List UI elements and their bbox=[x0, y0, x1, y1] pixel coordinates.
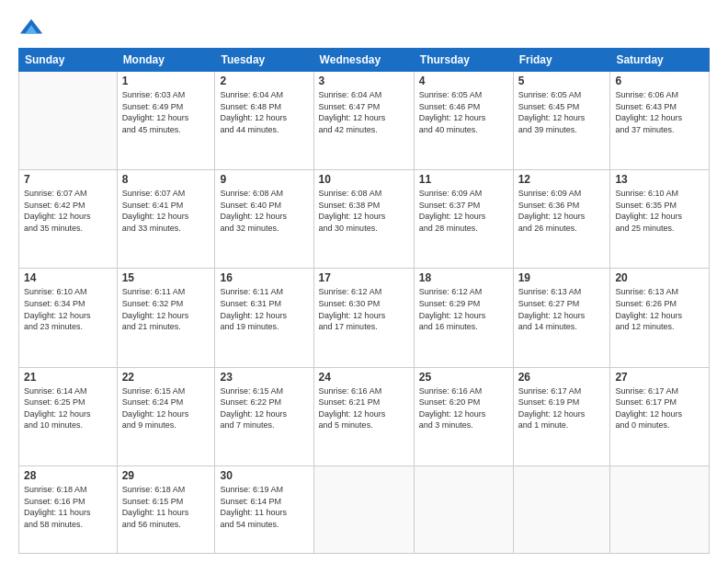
logo-icon bbox=[18, 15, 44, 40]
day-cell: 27Sunrise: 6:17 AM Sunset: 6:17 PM Dayli… bbox=[610, 367, 710, 465]
header-wednesday: Wednesday bbox=[313, 49, 414, 72]
day-info: Sunrise: 6:09 AM Sunset: 6:36 PM Dayligh… bbox=[518, 188, 606, 234]
day-number: 2 bbox=[220, 75, 308, 87]
day-info: Sunrise: 6:13 AM Sunset: 6:26 PM Dayligh… bbox=[615, 286, 704, 332]
day-cell: 30Sunrise: 6:19 AM Sunset: 6:14 PM Dayli… bbox=[215, 465, 313, 553]
day-cell bbox=[610, 465, 710, 553]
day-cell: 17Sunrise: 6:12 AM Sunset: 6:30 PM Dayli… bbox=[313, 269, 414, 367]
day-info: Sunrise: 6:12 AM Sunset: 6:30 PM Dayligh… bbox=[319, 286, 409, 332]
calendar-table: Sunday Monday Tuesday Wednesday Thursday… bbox=[18, 48, 710, 554]
day-number: 10 bbox=[319, 173, 409, 186]
day-cell bbox=[513, 465, 610, 553]
day-number: 13 bbox=[615, 173, 704, 186]
day-number: 1 bbox=[122, 75, 210, 87]
day-number: 28 bbox=[24, 469, 112, 482]
day-info: Sunrise: 6:10 AM Sunset: 6:35 PM Dayligh… bbox=[615, 188, 704, 234]
day-number: 24 bbox=[319, 371, 409, 384]
day-number: 20 bbox=[615, 271, 704, 284]
day-info: Sunrise: 6:04 AM Sunset: 6:48 PM Dayligh… bbox=[220, 89, 308, 135]
day-number: 27 bbox=[615, 371, 704, 384]
day-number: 5 bbox=[518, 75, 606, 87]
day-cell: 16Sunrise: 6:11 AM Sunset: 6:31 PM Dayli… bbox=[215, 269, 313, 367]
week-row-4: 21Sunrise: 6:14 AM Sunset: 6:25 PM Dayli… bbox=[19, 367, 710, 465]
day-info: Sunrise: 6:15 AM Sunset: 6:22 PM Dayligh… bbox=[220, 385, 308, 431]
day-cell: 29Sunrise: 6:18 AM Sunset: 6:15 PM Dayli… bbox=[117, 465, 215, 553]
day-info: Sunrise: 6:08 AM Sunset: 6:38 PM Dayligh… bbox=[319, 188, 409, 234]
header-saturday: Saturday bbox=[610, 49, 710, 72]
header-thursday: Thursday bbox=[414, 49, 513, 72]
day-cell: 10Sunrise: 6:08 AM Sunset: 6:38 PM Dayli… bbox=[313, 170, 414, 269]
day-cell: 26Sunrise: 6:17 AM Sunset: 6:19 PM Dayli… bbox=[513, 367, 610, 465]
day-number: 11 bbox=[419, 173, 508, 186]
day-number: 4 bbox=[419, 75, 508, 87]
day-cell: 8Sunrise: 6:07 AM Sunset: 6:41 PM Daylig… bbox=[117, 170, 215, 269]
header-friday: Friday bbox=[513, 49, 610, 72]
day-cell: 28Sunrise: 6:18 AM Sunset: 6:16 PM Dayli… bbox=[19, 465, 118, 553]
day-cell: 18Sunrise: 6:12 AM Sunset: 6:29 PM Dayli… bbox=[414, 269, 513, 367]
day-info: Sunrise: 6:18 AM Sunset: 6:16 PM Dayligh… bbox=[24, 484, 112, 530]
day-cell: 21Sunrise: 6:14 AM Sunset: 6:25 PM Dayli… bbox=[19, 367, 118, 465]
day-number: 15 bbox=[122, 271, 210, 284]
day-cell: 4Sunrise: 6:05 AM Sunset: 6:46 PM Daylig… bbox=[414, 72, 513, 170]
day-number: 17 bbox=[319, 271, 409, 284]
day-info: Sunrise: 6:08 AM Sunset: 6:40 PM Dayligh… bbox=[220, 188, 308, 234]
day-cell: 1Sunrise: 6:03 AM Sunset: 6:49 PM Daylig… bbox=[117, 72, 215, 170]
week-row-2: 7Sunrise: 6:07 AM Sunset: 6:42 PM Daylig… bbox=[19, 170, 710, 269]
day-number: 30 bbox=[220, 469, 308, 482]
weekday-header-row: Sunday Monday Tuesday Wednesday Thursday… bbox=[19, 49, 710, 72]
day-info: Sunrise: 6:11 AM Sunset: 6:31 PM Dayligh… bbox=[220, 286, 308, 332]
day-info: Sunrise: 6:17 AM Sunset: 6:17 PM Dayligh… bbox=[615, 385, 704, 431]
header-tuesday: Tuesday bbox=[215, 49, 313, 72]
day-number: 26 bbox=[518, 371, 606, 384]
day-number: 29 bbox=[122, 469, 210, 482]
day-cell: 23Sunrise: 6:15 AM Sunset: 6:22 PM Dayli… bbox=[215, 367, 313, 465]
day-info: Sunrise: 6:18 AM Sunset: 6:15 PM Dayligh… bbox=[122, 484, 210, 530]
day-cell: 5Sunrise: 6:05 AM Sunset: 6:45 PM Daylig… bbox=[513, 72, 610, 170]
day-cell: 24Sunrise: 6:16 AM Sunset: 6:21 PM Dayli… bbox=[313, 367, 414, 465]
day-number: 3 bbox=[319, 75, 409, 87]
day-number: 12 bbox=[518, 173, 606, 186]
day-number: 16 bbox=[220, 271, 308, 284]
day-info: Sunrise: 6:11 AM Sunset: 6:32 PM Dayligh… bbox=[122, 286, 210, 332]
header-sunday: Sunday bbox=[19, 49, 118, 72]
week-row-5: 28Sunrise: 6:18 AM Sunset: 6:16 PM Dayli… bbox=[19, 465, 710, 553]
day-number: 19 bbox=[518, 271, 606, 284]
day-cell: 14Sunrise: 6:10 AM Sunset: 6:34 PM Dayli… bbox=[19, 269, 118, 367]
day-cell: 12Sunrise: 6:09 AM Sunset: 6:36 PM Dayli… bbox=[513, 170, 610, 269]
logo bbox=[18, 15, 48, 40]
header-monday: Monday bbox=[117, 49, 215, 72]
day-cell: 15Sunrise: 6:11 AM Sunset: 6:32 PM Dayli… bbox=[117, 269, 215, 367]
day-number: 14 bbox=[24, 271, 112, 284]
day-cell: 9Sunrise: 6:08 AM Sunset: 6:40 PM Daylig… bbox=[215, 170, 313, 269]
day-info: Sunrise: 6:16 AM Sunset: 6:21 PM Dayligh… bbox=[319, 385, 409, 431]
day-number: 25 bbox=[419, 371, 508, 384]
day-info: Sunrise: 6:04 AM Sunset: 6:47 PM Dayligh… bbox=[319, 89, 409, 135]
day-info: Sunrise: 6:06 AM Sunset: 6:43 PM Dayligh… bbox=[615, 89, 704, 135]
day-cell: 2Sunrise: 6:04 AM Sunset: 6:48 PM Daylig… bbox=[215, 72, 313, 170]
day-number: 23 bbox=[220, 371, 308, 384]
page: Sunday Monday Tuesday Wednesday Thursday… bbox=[0, 0, 728, 563]
day-cell bbox=[19, 72, 118, 170]
day-info: Sunrise: 6:19 AM Sunset: 6:14 PM Dayligh… bbox=[220, 484, 308, 530]
header bbox=[18, 15, 710, 40]
day-cell: 6Sunrise: 6:06 AM Sunset: 6:43 PM Daylig… bbox=[610, 72, 710, 170]
day-cell bbox=[313, 465, 414, 553]
day-cell: 25Sunrise: 6:16 AM Sunset: 6:20 PM Dayli… bbox=[414, 367, 513, 465]
day-cell: 7Sunrise: 6:07 AM Sunset: 6:42 PM Daylig… bbox=[19, 170, 118, 269]
day-number: 7 bbox=[24, 173, 112, 186]
day-info: Sunrise: 6:07 AM Sunset: 6:42 PM Dayligh… bbox=[24, 188, 112, 234]
day-cell: 13Sunrise: 6:10 AM Sunset: 6:35 PM Dayli… bbox=[610, 170, 710, 269]
day-cell: 20Sunrise: 6:13 AM Sunset: 6:26 PM Dayli… bbox=[610, 269, 710, 367]
day-info: Sunrise: 6:12 AM Sunset: 6:29 PM Dayligh… bbox=[419, 286, 508, 332]
day-cell: 22Sunrise: 6:15 AM Sunset: 6:24 PM Dayli… bbox=[117, 367, 215, 465]
day-info: Sunrise: 6:13 AM Sunset: 6:27 PM Dayligh… bbox=[518, 286, 606, 332]
day-number: 6 bbox=[615, 75, 704, 87]
day-info: Sunrise: 6:05 AM Sunset: 6:45 PM Dayligh… bbox=[518, 89, 606, 135]
day-number: 22 bbox=[122, 371, 210, 384]
day-cell bbox=[414, 465, 513, 553]
day-cell: 19Sunrise: 6:13 AM Sunset: 6:27 PM Dayli… bbox=[513, 269, 610, 367]
day-info: Sunrise: 6:15 AM Sunset: 6:24 PM Dayligh… bbox=[122, 385, 210, 431]
day-cell: 11Sunrise: 6:09 AM Sunset: 6:37 PM Dayli… bbox=[414, 170, 513, 269]
day-info: Sunrise: 6:05 AM Sunset: 6:46 PM Dayligh… bbox=[419, 89, 508, 135]
week-row-1: 1Sunrise: 6:03 AM Sunset: 6:49 PM Daylig… bbox=[19, 72, 710, 170]
